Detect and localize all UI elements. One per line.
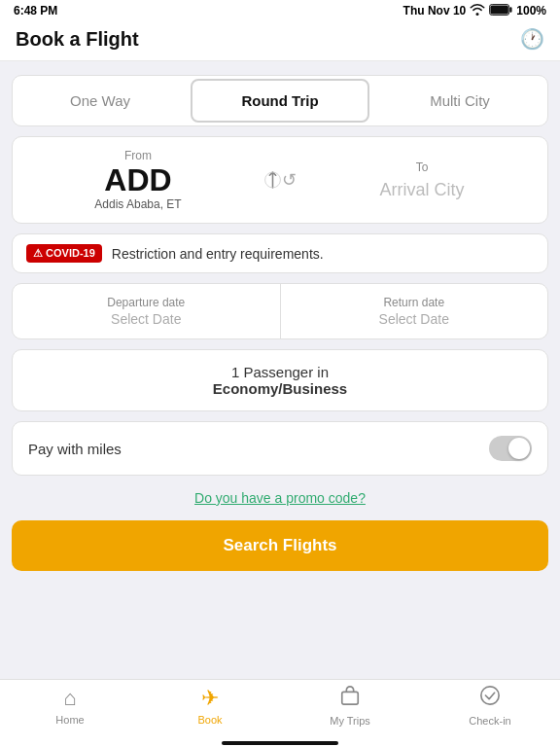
nav-book-label: Book: [197, 714, 222, 726]
status-right: Thu Nov 10 100%: [403, 4, 546, 18]
svg-rect-4: [342, 692, 359, 704]
status-bar: 6:48 PM Thu Nov 10 100%: [0, 0, 560, 21]
departure-date-value: Select Date: [111, 311, 181, 327]
tab-one-way[interactable]: One Way: [13, 76, 188, 125]
to-field[interactable]: To Arrival City: [297, 149, 547, 212]
from-code: ADD: [104, 164, 171, 196]
bottom-nav: ⌂ Home ✈ Book My Trips Check-in: [0, 679, 560, 737]
wifi-icon: [470, 4, 485, 18]
bottom-indicator: [0, 737, 560, 747]
history-icon[interactable]: 🕐: [520, 27, 544, 51]
from-field[interactable]: From ADD Addis Ababa, ET: [13, 137, 263, 223]
home-icon: ⌂: [63, 686, 76, 711]
battery-icon: [489, 4, 512, 18]
nav-home-label: Home: [55, 714, 84, 726]
my-trips-icon: [339, 685, 361, 712]
arrival-city-placeholder: Arrival City: [379, 180, 464, 200]
trip-type-tabs: One Way Round Trip Multi City: [12, 75, 548, 126]
to-label: To: [416, 160, 429, 174]
battery-percent: 100%: [516, 4, 546, 18]
status-date: Thu Nov 10: [403, 4, 467, 18]
nav-my-trips[interactable]: My Trips: [280, 680, 420, 731]
tab-round-trip[interactable]: Round Trip: [191, 79, 369, 123]
search-flights-button[interactable]: Search Flights: [12, 520, 548, 571]
main-content: One Way Round Trip Multi City From ADD A…: [0, 61, 560, 679]
toggle-knob: [508, 438, 530, 459]
tab-multi-city[interactable]: Multi City: [372, 76, 547, 125]
nav-my-trips-label: My Trips: [330, 715, 370, 727]
return-date-label: Return date: [383, 296, 444, 309]
miles-label: Pay with miles: [28, 441, 122, 457]
passengers-info: 1 Passenger inEconomy/Business: [28, 364, 532, 397]
promo-link-container: Do you have a promo code?: [12, 485, 548, 511]
nav-home[interactable]: ⌂ Home: [0, 680, 140, 731]
swap-button[interactable]: ↺: [263, 169, 297, 191]
nav-check-in-label: Check-in: [469, 715, 510, 727]
header: Book a Flight 🕐: [0, 21, 560, 61]
return-date-field[interactable]: Return date Select Date: [281, 284, 548, 338]
nav-check-in[interactable]: Check-in: [420, 680, 560, 731]
from-city: Addis Ababa, ET: [94, 197, 181, 211]
departure-date-field[interactable]: Departure date Select Date: [13, 284, 281, 338]
home-indicator: [222, 741, 338, 745]
nav-book[interactable]: ✈ Book: [140, 680, 280, 731]
return-date-value: Select Date: [379, 311, 449, 327]
svg-rect-2: [491, 5, 508, 14]
covid-badge: ⚠ COVID-19: [26, 244, 102, 263]
status-time: 6:48 PM: [14, 4, 57, 18]
miles-card: Pay with miles: [12, 421, 548, 476]
svg-point-5: [481, 687, 499, 704]
svg-rect-1: [510, 7, 512, 13]
passengers-card[interactable]: 1 Passenger inEconomy/Business: [12, 349, 548, 411]
covid-banner[interactable]: ⚠ COVID-19 Restriction and entry require…: [12, 233, 548, 273]
page-title: Book a Flight: [16, 28, 139, 51]
book-icon: ✈: [201, 686, 219, 711]
miles-toggle[interactable]: [489, 436, 532, 461]
covid-text: Restriction and entry requirements.: [112, 246, 324, 262]
departure-date-label: Departure date: [107, 296, 185, 309]
from-label: From: [124, 149, 152, 162]
route-card: From ADD Addis Ababa, ET ↺ To Arrival Ci…: [12, 136, 548, 224]
promo-code-link[interactable]: Do you have a promo code?: [194, 490, 366, 506]
date-card: Departure date Select Date Return date S…: [12, 283, 548, 339]
check-in-icon: [479, 685, 501, 712]
